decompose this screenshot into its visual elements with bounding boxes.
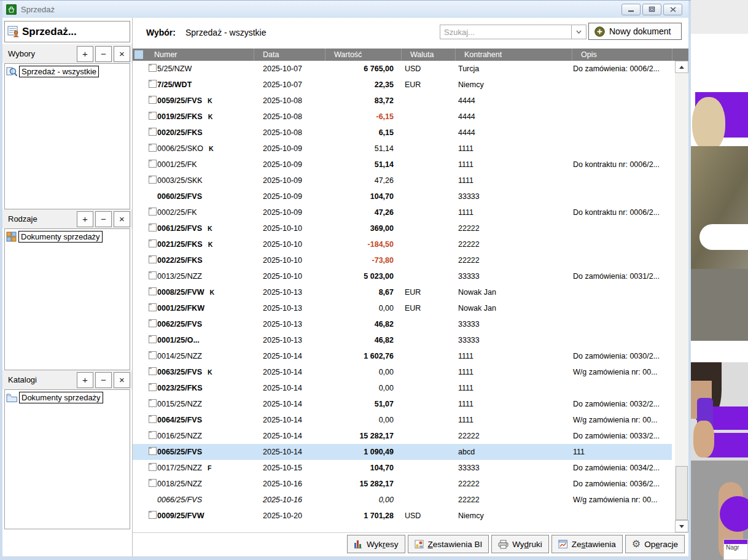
row-checkbox[interactable] <box>149 415 157 423</box>
table-row[interactable]: 0006/25/SKOK2025-10-0951,141111 <box>133 141 672 157</box>
column-header-waluta[interactable]: Waluta <box>401 49 455 61</box>
row-checkbox[interactable] <box>149 431 157 439</box>
table-row[interactable]: 0020/25/FKS2025-10-086,154444 <box>133 125 672 141</box>
row-checkbox[interactable] <box>149 80 157 88</box>
row-checkbox[interactable] <box>149 239 157 247</box>
toolbar-button-wydruki[interactable]: Wydruki <box>491 535 549 553</box>
row-checkbox[interactable] <box>149 160 157 168</box>
row-checkbox[interactable] <box>149 303 157 311</box>
select-all-checkbox[interactable] <box>134 50 143 59</box>
cell-opis: W/g zamówienia nr: 00... <box>572 416 672 424</box>
row-checkbox[interactable] <box>149 255 157 263</box>
cell-wartosc: 0,00 <box>325 416 401 424</box>
row-checkbox[interactable] <box>149 463 157 471</box>
table-row[interactable]: 7/25/WDT2025-10-0722,35EURNiemcy <box>133 77 672 93</box>
row-checkbox[interactable] <box>149 511 157 519</box>
wybory-add-button[interactable]: + <box>77 46 93 62</box>
row-checkbox[interactable] <box>149 335 157 343</box>
column-header-kontrahent[interactable]: Kontrahent <box>455 49 572 61</box>
table-row[interactable]: 0023/25/FKS2025-10-140,001111 <box>133 380 672 396</box>
row-checkbox[interactable] <box>149 447 157 455</box>
row-checkbox[interactable] <box>149 287 157 295</box>
sidebar-item-sprzedaz-wszystkie[interactable]: Sprzedaż - wszystkie <box>5 64 130 77</box>
sidebar-item-dokumenty-sprzedazy[interactable]: Dokumenty sprzedaży <box>5 229 130 243</box>
scrollbar-thumb[interactable] <box>676 466 688 520</box>
row-checkbox[interactable] <box>149 176 157 184</box>
table-row[interactable]: 0009/25/FVW2025-10-201 701,28USDNiemcy <box>133 508 672 524</box>
row-checkbox[interactable] <box>149 96 157 104</box>
table-row[interactable]: 0008/25/FVWK2025-10-138,67EURNowak Jan <box>133 284 672 300</box>
rodzaje-add-button[interactable]: + <box>77 211 93 227</box>
table-row[interactable]: 0019/25/FKSK2025-10-08-6,154444 <box>133 109 672 125</box>
toolbar-button-zestawienia[interactable]: Zestawienia <box>551 535 623 553</box>
maximize-button[interactable] <box>642 4 661 15</box>
table-row[interactable]: 0001/25/O...2025-10-1346,8233333 <box>133 332 672 348</box>
table-row[interactable]: 0001/25/FKW2025-10-130,00EURNowak Jan <box>133 300 672 316</box>
table-row[interactable]: 0021/25/FKSK2025-10-10-184,5022222 <box>133 236 672 252</box>
row-checkbox[interactable] <box>149 351 157 359</box>
table-row[interactable]: 0060/25/FVS2025-10-09104,7033333 <box>133 189 672 204</box>
row-checkbox[interactable] <box>149 208 157 216</box>
scroll-down-button[interactable] <box>675 520 688 532</box>
table-row[interactable]: 0013/25/NZZ2025-10-105 023,0033333Do zam… <box>133 268 672 284</box>
toolbar-button-operacje[interactable]: ⚙Operacje <box>625 535 685 553</box>
table-row[interactable]: 0016/25/NZZ2025-10-1415 282,1722222Do za… <box>133 428 672 444</box>
column-header-data[interactable]: Data <box>254 49 325 61</box>
cell-wartosc: 15 282,17 <box>325 480 401 488</box>
minimize-button[interactable] <box>621 4 641 15</box>
row-checkbox[interactable] <box>149 64 157 72</box>
table-row[interactable]: 0017/25/NZZF2025-10-15104,7033333Do zamó… <box>133 460 672 476</box>
table-row[interactable]: 0015/25/NZZ2025-10-1451,071111Do zamówie… <box>133 396 672 412</box>
close-button[interactable] <box>663 4 682 15</box>
katalogi-close-button[interactable]: × <box>114 372 130 388</box>
katalogi-remove-button[interactable]: − <box>95 372 112 388</box>
table-row[interactable]: 0003/25/SKK2025-10-0947,261111 <box>133 173 672 189</box>
cell-data: 2025-10-09 <box>254 176 325 185</box>
sidebar-item-dokumenty-sprzedazy-katalog[interactable]: Dokumenty sprzedaży <box>5 390 130 403</box>
row-checkbox[interactable] <box>149 144 157 152</box>
new-document-button[interactable]: Nowy dokument <box>588 23 682 40</box>
table-row[interactable]: 0022/25/FKS2025-10-10-73,8022222 <box>133 252 672 268</box>
table-row[interactable]: 0061/25/FVSK2025-10-10369,0022222 <box>133 220 672 236</box>
row-checkbox[interactable] <box>149 224 157 231</box>
row-checkbox[interactable] <box>149 271 157 279</box>
row-checkbox[interactable] <box>149 319 157 327</box>
row-checkbox[interactable] <box>149 112 157 120</box>
wybory-close-button[interactable]: × <box>114 46 130 62</box>
cell-numer: 0060/25/FVS <box>157 192 254 201</box>
table-row[interactable]: 0018/25/NZZ2025-10-1615 282,1722222Do za… <box>133 476 672 492</box>
table-row[interactable]: 0063/25/FVSK2025-10-140,001111W/g zamówi… <box>133 364 672 380</box>
toolbar-button-wykresy[interactable]: Wykresy <box>347 535 405 553</box>
table-row[interactable]: 0062/25/FVS2025-10-1346,8233333 <box>133 316 672 332</box>
row-checkbox[interactable] <box>149 128 157 136</box>
table-row[interactable]: 0065/25/FVS2025-10-141 090,49abcd111 <box>133 444 672 460</box>
cell-wartosc: 47,26 <box>325 176 401 185</box>
scroll-up-button[interactable] <box>675 61 688 73</box>
rodzaje-close-button[interactable]: × <box>114 211 130 227</box>
table-row[interactable]: 5/25/NZW2025-10-076 765,00USDTurcjaDo za… <box>133 61 672 77</box>
table-row[interactable]: 0002/25/FK2025-10-0947,261111Do kontrakt… <box>133 204 672 220</box>
row-checkbox[interactable] <box>149 383 157 391</box>
table-row[interactable]: 0059/25/FVSK2025-10-0883,724444 <box>133 93 672 109</box>
search-input[interactable]: Szukaj... <box>440 25 586 39</box>
wybory-remove-button[interactable]: − <box>95 46 112 62</box>
background-photo-person-2 <box>691 362 748 560</box>
row-checkbox[interactable] <box>149 399 157 407</box>
cell-kontrahent: 33333 <box>455 320 572 329</box>
toolbar-button-zestawienia-bi[interactable]: Zestawienia BI <box>408 535 489 553</box>
vertical-scrollbar[interactable] <box>675 61 688 532</box>
table-row[interactable]: 0064/25/FVS2025-10-140,001111W/g zamówie… <box>133 412 672 428</box>
search-dropdown-button[interactable] <box>571 25 586 39</box>
rodzaje-remove-button[interactable]: − <box>95 211 112 227</box>
cell-numer: 0020/25/FKS <box>157 128 254 137</box>
cell-numer: 0006/25/SKOK <box>157 144 254 153</box>
table-row[interactable]: 0014/25/NZZ2025-10-141 602,761111Do zamó… <box>133 348 672 364</box>
row-checkbox[interactable] <box>149 367 157 375</box>
table-row[interactable]: 0001/25/FK2025-10-0951,141111Do kontrakt… <box>133 157 672 173</box>
column-header-wartosc[interactable]: Wartość <box>325 49 401 61</box>
table-row[interactable]: 0066/25/FVS2025-10-160,0022222W/g zamówi… <box>133 492 672 508</box>
column-header-opis[interactable]: Opis <box>572 49 672 61</box>
column-header-numer[interactable]: Numer <box>133 49 254 61</box>
katalogi-add-button[interactable]: + <box>77 372 93 388</box>
row-checkbox[interactable] <box>149 479 157 487</box>
